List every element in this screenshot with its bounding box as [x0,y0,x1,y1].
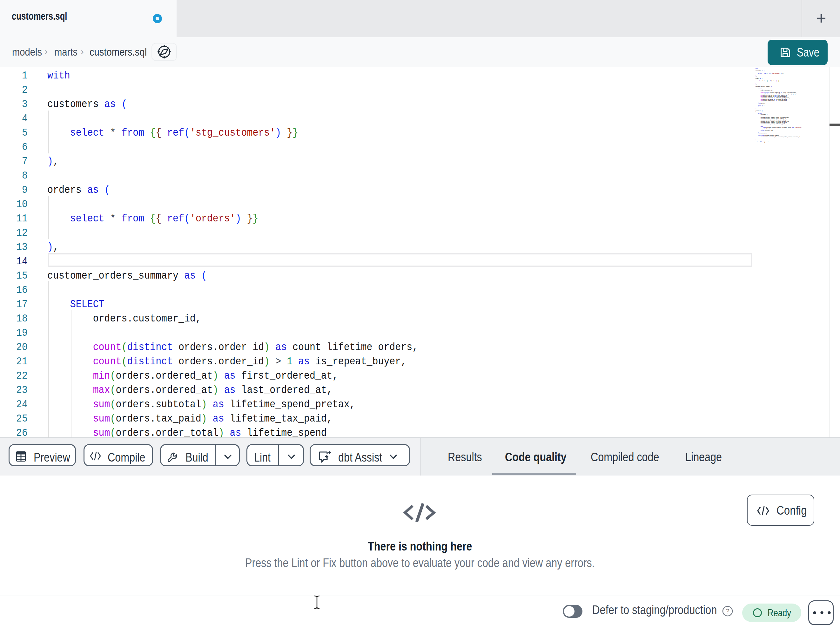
svg-text:?: ? [726,607,729,615]
